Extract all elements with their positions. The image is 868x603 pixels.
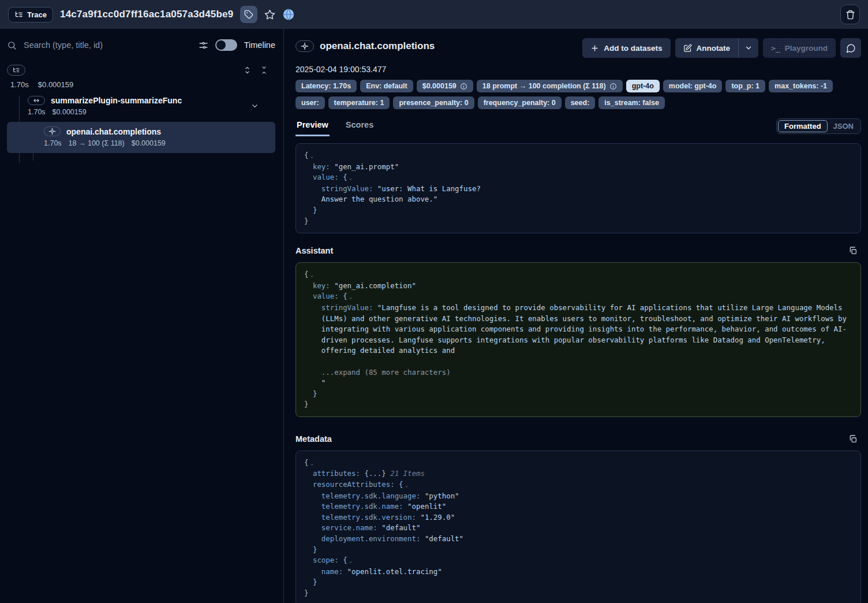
public-share-button[interactable] bbox=[282, 8, 295, 21]
generation-type-badge bbox=[295, 40, 314, 52]
collapse-chevron-icon[interactable]: ⌄ bbox=[347, 293, 353, 300]
observation-timestamp: 2025-02-04 19:00:53.477 bbox=[295, 65, 861, 74]
detail-tabs: Preview Scores Formatted JSON bbox=[295, 118, 861, 136]
tokens-badge: 18 prompt → 100 completion (Σ 118) bbox=[477, 80, 623, 92]
trace-cost: $0.000159 bbox=[38, 80, 73, 89]
code-line: } bbox=[304, 577, 852, 588]
search-input[interactable] bbox=[24, 40, 192, 50]
comments-button[interactable] bbox=[840, 38, 861, 58]
code-line: attributes: {...} 21 Items bbox=[304, 468, 852, 479]
playground-button[interactable]: >_ Playground bbox=[763, 38, 836, 58]
trace-badge-label: Trace bbox=[27, 10, 47, 19]
code-segment: { bbox=[339, 173, 347, 181]
top-p-badge: top_p: 1 bbox=[725, 80, 765, 92]
code-line: resourceAttributes: {⌄ bbox=[304, 479, 852, 491]
pencil-square-icon bbox=[683, 44, 692, 53]
code-segment: 21 Items bbox=[386, 469, 425, 478]
playground-label: Playground bbox=[785, 44, 828, 53]
item-cost: $0.000159 bbox=[53, 108, 87, 116]
code-line: } bbox=[304, 205, 852, 216]
expand-link[interactable]: ...expand (85 more characters) bbox=[304, 368, 451, 377]
code-segment: service.name: bbox=[304, 523, 377, 532]
code-line: stringValue: "user: What is Langfuse? bbox=[304, 184, 852, 195]
info-icon[interactable] bbox=[460, 83, 467, 90]
trace-duration: 1.70s bbox=[10, 80, 29, 89]
code-line: ...expand (85 more characters) bbox=[304, 367, 852, 378]
code-line: telemetry.sdk.version: "1.29.0" bbox=[304, 512, 852, 523]
cost-badge: $0.000159 bbox=[417, 80, 473, 92]
code-segment: " bbox=[304, 378, 326, 387]
list-tree-icon bbox=[12, 66, 20, 74]
assistant-code-block: {⌄ key: "gen_ai.completion" value: {⌄ st… bbox=[295, 262, 861, 417]
code-line: offering detailed analytics and bbox=[304, 345, 852, 356]
code-segment: Answer the question above." bbox=[304, 195, 437, 203]
expand-all-icon[interactable] bbox=[243, 66, 252, 75]
code-segment: } bbox=[304, 389, 317, 398]
code-segment: "gen_ai.prompt" bbox=[330, 162, 399, 171]
code-line: } bbox=[304, 399, 852, 410]
delete-trace-button[interactable] bbox=[840, 5, 860, 24]
code-line: name: "openlit.otel.tracing" bbox=[304, 567, 852, 578]
search-icon bbox=[7, 40, 17, 50]
trace-type-badge: Trace bbox=[8, 7, 53, 23]
tree-item-generation-selected[interactable]: openai.chat.completions 1.70s 18 → 100 (… bbox=[7, 122, 275, 153]
metadata-section-header: Metadata bbox=[295, 434, 861, 444]
format-formatted[interactable]: Formatted bbox=[778, 120, 828, 132]
code-segment: "openlit" bbox=[403, 502, 447, 511]
collapse-chevron-icon[interactable]: ⌄ bbox=[308, 271, 313, 278]
collapse-chevron-icon[interactable]: ⌄ bbox=[308, 460, 313, 466]
collapse-chevron-icon[interactable]: ⌄ bbox=[347, 174, 353, 181]
add-to-datasets-button[interactable]: Add to datasets bbox=[582, 38, 670, 58]
span-type-badge bbox=[28, 96, 45, 105]
annotate-dropdown-button[interactable] bbox=[738, 38, 758, 58]
globe-icon bbox=[282, 8, 295, 21]
tree-item-span[interactable]: summarizePlugin-summarizeFunc 1.70s $0.0… bbox=[7, 94, 275, 118]
tag-button[interactable] bbox=[240, 6, 257, 23]
metadata-section-title: Metadata bbox=[295, 434, 332, 444]
topbar: Trace 14c7a9f1cc0d7ff16ac1a057a3d45be9 bbox=[0, 0, 868, 29]
seed-badge: seed: bbox=[565, 96, 596, 109]
code-line: telemetry.sdk.language: "python" bbox=[304, 491, 852, 502]
tab-preview[interactable]: Preview bbox=[295, 120, 330, 136]
code-segment: telemetry.sdk.version: bbox=[304, 513, 416, 522]
code-segment: stringValue: bbox=[304, 184, 373, 193]
presence-penalty-badge: presence_penalty: 0 bbox=[393, 96, 474, 109]
code-line: deployment.environment: "default" bbox=[304, 534, 852, 545]
code-line: service.name: "default" bbox=[304, 523, 852, 534]
code-segment: deployment.environment: bbox=[304, 534, 420, 543]
code-segment: { bbox=[339, 556, 347, 564]
code-segment: } bbox=[304, 217, 308, 225]
annotate-button[interactable]: Annotate bbox=[675, 38, 739, 58]
tree-header bbox=[7, 65, 275, 76]
code-segment: resourceAttributes: bbox=[304, 480, 395, 489]
annotate-label: Annotate bbox=[697, 44, 731, 53]
frequency-penalty-badge: frequency_penalty: 0 bbox=[478, 96, 562, 109]
code-segment: } bbox=[304, 589, 308, 597]
code-line: } bbox=[304, 216, 852, 227]
star-button[interactable] bbox=[264, 9, 275, 20]
item-duration: 1.70s bbox=[28, 108, 46, 116]
view-settings-icon[interactable] bbox=[199, 40, 208, 50]
code-line: {⌄ bbox=[304, 269, 852, 281]
code-line: key: "gen_ai.prompt" bbox=[304, 162, 852, 173]
info-icon[interactable] bbox=[609, 83, 617, 90]
collapse-chevron-icon[interactable]: ⌄ bbox=[308, 152, 313, 159]
tab-scores[interactable]: Scores bbox=[345, 120, 375, 136]
code-segment: value: bbox=[304, 292, 339, 300]
model-badge[interactable]: gpt-4o bbox=[626, 80, 660, 92]
collapse-chevron-icon[interactable]: ⌄ bbox=[347, 557, 353, 564]
user-badge: user: bbox=[295, 96, 325, 109]
copy-icon[interactable] bbox=[848, 246, 861, 255]
timeline-toggle[interactable] bbox=[215, 39, 237, 51]
collapse-all-icon[interactable] bbox=[260, 66, 268, 75]
tree-item-label: openai.chat.completions bbox=[66, 127, 161, 136]
code-line: integrating with various application com… bbox=[304, 324, 852, 335]
collapse-chevron-icon[interactable]: ⌄ bbox=[403, 482, 409, 488]
trace-root-badge[interactable] bbox=[7, 65, 25, 76]
code-segment: "python" bbox=[420, 492, 459, 500]
code-segment: integrating with various application com… bbox=[304, 325, 847, 333]
chevron-down-icon[interactable] bbox=[250, 102, 259, 110]
format-json[interactable]: JSON bbox=[828, 121, 859, 132]
copy-icon[interactable] bbox=[848, 434, 861, 444]
observation-tree: summarizePlugin-summarizeFunc 1.70s $0.0… bbox=[7, 94, 275, 153]
